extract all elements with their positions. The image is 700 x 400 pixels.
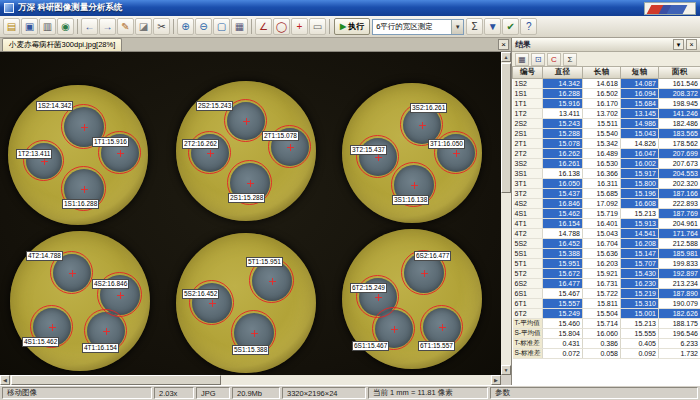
value-cell[interactable]: 15.288 bbox=[543, 128, 583, 138]
value-cell[interactable]: 15.684 bbox=[621, 98, 659, 108]
row-id-cell[interactable]: 5T1 bbox=[513, 258, 543, 268]
measure-angle-icon[interactable]: ∠ bbox=[255, 18, 272, 35]
value-cell[interactable]: 16.047 bbox=[621, 148, 659, 158]
eraser-icon[interactable]: ◪ bbox=[135, 18, 152, 35]
row-id-cell[interactable]: 1T1 bbox=[513, 98, 543, 108]
image-tab[interactable]: 小麦赤霉病杆菌300dpi.jpg[28%] bbox=[2, 38, 122, 51]
value-cell[interactable]: 16.060 bbox=[583, 328, 621, 338]
value-cell[interactable]: 14.342 bbox=[543, 78, 583, 88]
horizontal-scrollbar[interactable]: ◀ ▶ bbox=[0, 375, 501, 385]
value-cell[interactable]: 14.618 bbox=[583, 78, 621, 88]
value-cell[interactable]: 16.154 bbox=[543, 218, 583, 228]
value-cell[interactable]: 13.702 bbox=[583, 108, 621, 118]
value-cell[interactable]: 171.764 bbox=[659, 228, 700, 238]
value-cell[interactable]: 16.138 bbox=[543, 168, 583, 178]
value-cell[interactable]: 15.001 bbox=[621, 308, 659, 318]
value-cell[interactable]: 14.986 bbox=[621, 118, 659, 128]
value-cell[interactable]: 15.511 bbox=[583, 118, 621, 128]
scissors-icon[interactable]: ✂ bbox=[153, 18, 170, 35]
value-cell[interactable]: 15.672 bbox=[543, 268, 583, 278]
value-cell[interactable]: 192.897 bbox=[659, 268, 700, 278]
row-id-cell[interactable]: 3T1 bbox=[513, 178, 543, 188]
value-cell[interactable]: 16.311 bbox=[583, 178, 621, 188]
value-cell[interactable]: 15.804 bbox=[543, 328, 583, 338]
value-cell[interactable]: 14.541 bbox=[621, 228, 659, 238]
run-button[interactable]: ▶ 执行 bbox=[334, 18, 370, 35]
measure-circle-icon[interactable]: ◯ bbox=[273, 18, 290, 35]
value-cell[interactable]: 17.092 bbox=[583, 198, 621, 208]
value-cell[interactable]: 16.262 bbox=[543, 148, 583, 158]
value-cell[interactable]: 13.145 bbox=[621, 108, 659, 118]
row-id-cell[interactable]: 6S1 bbox=[513, 288, 543, 298]
row-id-cell[interactable]: 4S2 bbox=[513, 198, 543, 208]
value-cell[interactable]: 16.002 bbox=[621, 158, 659, 168]
value-cell[interactable]: 16.846 bbox=[543, 198, 583, 208]
value-cell[interactable]: 182.486 bbox=[659, 118, 700, 128]
row-id-cell[interactable]: 1T2 bbox=[513, 108, 543, 118]
scroll-down-icon[interactable]: ▼ bbox=[501, 365, 511, 375]
value-cell[interactable]: 15.213 bbox=[621, 318, 659, 328]
scroll-up-icon[interactable]: ▲ bbox=[501, 52, 511, 62]
camera-icon[interactable]: ◉ bbox=[57, 18, 74, 35]
value-cell[interactable]: 15.342 bbox=[583, 138, 621, 148]
help-icon[interactable]: ? bbox=[520, 18, 537, 35]
value-cell[interactable]: 0.058 bbox=[583, 348, 621, 358]
value-cell[interactable]: 16.731 bbox=[583, 278, 621, 288]
value-cell[interactable]: 178.562 bbox=[659, 138, 700, 148]
value-cell[interactable]: 15.467 bbox=[543, 288, 583, 298]
value-cell[interactable]: 15.555 bbox=[621, 328, 659, 338]
value-cell[interactable]: 202.320 bbox=[659, 178, 700, 188]
scroll-left-icon[interactable]: ◀ bbox=[0, 375, 10, 385]
value-cell[interactable]: 0.386 bbox=[583, 338, 621, 348]
value-cell[interactable]: 15.707 bbox=[621, 258, 659, 268]
row-id-cell[interactable]: 3S2 bbox=[513, 158, 543, 168]
pin-icon[interactable]: ▾ bbox=[673, 39, 684, 50]
value-cell[interactable]: 0.092 bbox=[621, 348, 659, 358]
value-cell[interactable]: 15.916 bbox=[543, 98, 583, 108]
value-cell[interactable]: 222.893 bbox=[659, 198, 700, 208]
row-id-cell[interactable]: 3S1 bbox=[513, 168, 543, 178]
save-icon[interactable]: ▣ bbox=[21, 18, 38, 35]
vertical-scrollbar[interactable]: ▲ ▼ bbox=[501, 52, 511, 375]
value-cell[interactable]: 141.246 bbox=[659, 108, 700, 118]
value-cell[interactable]: 15.460 bbox=[543, 318, 583, 328]
value-cell[interactable]: 15.213 bbox=[621, 208, 659, 218]
value-cell[interactable]: 188.175 bbox=[659, 318, 700, 328]
value-cell[interactable]: 16.530 bbox=[583, 158, 621, 168]
open-image-icon[interactable]: ▤ bbox=[3, 18, 20, 35]
value-cell[interactable]: 15.249 bbox=[543, 308, 583, 318]
value-cell[interactable]: 15.437 bbox=[543, 188, 583, 198]
value-cell[interactable]: 161.546 bbox=[659, 78, 700, 88]
value-cell[interactable]: 16.203 bbox=[583, 258, 621, 268]
row-id-cell[interactable]: 3T2 bbox=[513, 188, 543, 198]
value-cell[interactable]: 213.234 bbox=[659, 278, 700, 288]
value-cell[interactable]: 13.411 bbox=[543, 108, 583, 118]
value-cell[interactable]: 15.951 bbox=[543, 258, 583, 268]
save-results-icon[interactable]: ▼ bbox=[484, 18, 501, 35]
value-cell[interactable]: 15.722 bbox=[583, 288, 621, 298]
value-cell[interactable]: 15.243 bbox=[543, 118, 583, 128]
value-cell[interactable]: 0.072 bbox=[543, 348, 583, 358]
compute-icon[interactable]: Σ bbox=[466, 18, 483, 35]
mode-dropdown[interactable]: 6平行的宽区测定 ▼ bbox=[372, 19, 464, 35]
row-id-cell[interactable]: 5T2 bbox=[513, 268, 543, 278]
row-id-cell[interactable]: 2T1 bbox=[513, 138, 543, 148]
value-cell[interactable]: 204.961 bbox=[659, 218, 700, 228]
row-id-cell[interactable]: 6S2 bbox=[513, 278, 543, 288]
label-icon[interactable]: ▭ bbox=[309, 18, 326, 35]
value-cell[interactable]: 14.087 bbox=[621, 78, 659, 88]
sum-icon[interactable]: Σ bbox=[563, 53, 577, 66]
value-cell[interactable]: 16.608 bbox=[621, 198, 659, 208]
value-cell[interactable]: 15.043 bbox=[583, 228, 621, 238]
value-cell[interactable]: 187.166 bbox=[659, 188, 700, 198]
value-cell[interactable]: 16.366 bbox=[583, 168, 621, 178]
value-cell[interactable]: 15.078 bbox=[543, 138, 583, 148]
value-cell[interactable]: 185.981 bbox=[659, 248, 700, 258]
value-cell[interactable]: 187.890 bbox=[659, 288, 700, 298]
value-cell[interactable]: 207.673 bbox=[659, 158, 700, 168]
close-tab-icon[interactable]: × bbox=[498, 39, 509, 50]
value-cell[interactable]: 16.401 bbox=[583, 218, 621, 228]
undo-icon[interactable]: ← bbox=[81, 18, 98, 35]
value-cell[interactable]: 183.565 bbox=[659, 128, 700, 138]
value-cell[interactable]: 15.719 bbox=[583, 208, 621, 218]
